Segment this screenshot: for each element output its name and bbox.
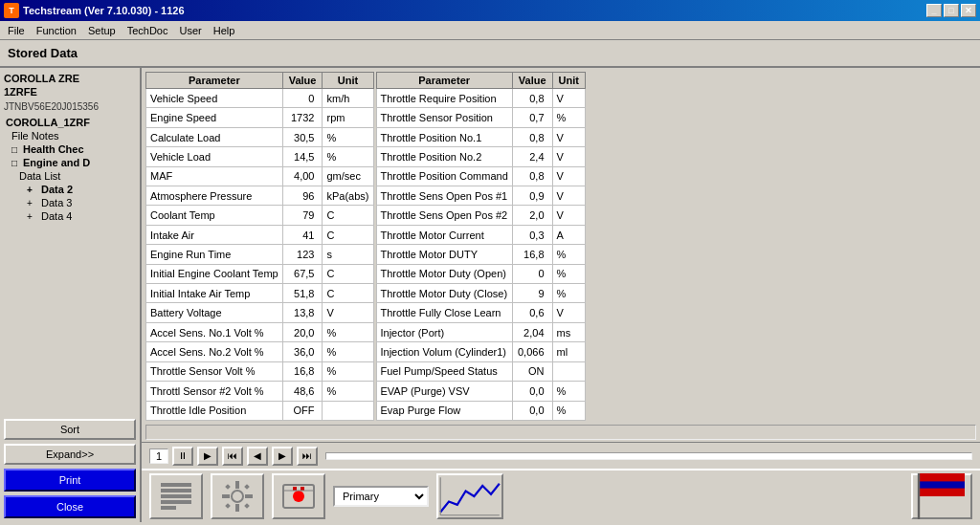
unit-cell: % — [323, 322, 373, 341]
tree-item-filenotes[interactable]: File Notes — [4, 129, 136, 142]
print-button[interactable]: Print — [4, 469, 136, 492]
tree-item-data4[interactable]: + Data 4 — [4, 209, 136, 223]
menu-file[interactable]: File — [2, 23, 31, 38]
param-cell: Throttle Position No.1 — [376, 127, 512, 146]
minimize-button[interactable]: _ — [926, 4, 942, 17]
unit-cell: % — [323, 127, 373, 146]
param-cell: EVAP (Purge) VSV — [376, 382, 512, 401]
unit-cell: % — [323, 147, 373, 166]
param-cell: Throttle Position No.2 — [376, 147, 512, 166]
pause-button[interactable]: ⏸ — [172, 447, 193, 466]
mode-dropdown[interactable]: Primary Secondary — [333, 486, 429, 507]
unit-cell: % — [323, 342, 373, 361]
param-cell: Atmosphere Pressure — [146, 186, 283, 206]
value-cell: 36,0 — [282, 342, 323, 361]
unit-cell: % — [552, 382, 585, 401]
sidebar: COROLLA ZRE1ZRFE JTNBV56E20J015356 COROL… — [0, 68, 142, 522]
tree-item-engine[interactable]: □Engine and D — [4, 156, 136, 169]
menu-techdoc[interactable]: TechDoc — [122, 23, 174, 38]
svg-rect-0 — [161, 483, 191, 487]
skip-start-button[interactable]: ⏮ — [222, 447, 243, 466]
settings-button[interactable] — [211, 473, 264, 519]
param-cell: Fuel Pump/Speed Status — [376, 361, 512, 381]
horizontal-scrollbar[interactable] — [145, 425, 976, 440]
value-cell: 30,5 — [282, 127, 323, 146]
unit-cell: C — [323, 284, 373, 303]
playback-bar: 1 ⏸ ▶ ⏮ ◀ ▶ ⏭ — [142, 442, 980, 469]
unit-cell: % — [552, 245, 585, 264]
left-col-value: Value — [282, 73, 323, 89]
table-row: Throttle Motor DUTY 16,8 % — [376, 245, 585, 264]
close-button[interactable]: Close — [4, 495, 136, 518]
flag-button[interactable] — [911, 473, 972, 519]
param-cell: Accel Sens. No.1 Volt % — [146, 322, 283, 341]
value-cell: 9 — [512, 284, 552, 303]
value-cell: 0,7 — [512, 108, 552, 127]
skip-end-button[interactable]: ⏭ — [297, 447, 318, 466]
param-cell: Throttle Sens Open Pos #2 — [376, 206, 512, 225]
table-row: Engine Speed 1732 rpm — [146, 108, 374, 127]
record-button[interactable] — [272, 473, 325, 519]
value-cell: 16,8 — [282, 361, 323, 381]
app-icon: T — [4, 3, 19, 18]
unit-cell: s — [323, 245, 373, 264]
tree-item-corolla[interactable]: COROLLA_1ZRF — [4, 116, 136, 129]
next-button[interactable]: ▶ — [272, 447, 293, 466]
list-view-button[interactable] — [149, 473, 203, 519]
table-row: Initial Engine Coolant Temp 67,5 C — [146, 264, 374, 283]
menu-help[interactable]: Help — [208, 23, 241, 38]
menu-user[interactable]: User — [173, 23, 207, 38]
param-cell: Throttle Position Command — [376, 166, 512, 186]
param-cell: Engine Speed — [146, 108, 283, 127]
right-col-unit: Unit — [552, 73, 585, 89]
value-cell: 2,4 — [512, 147, 552, 166]
value-cell: 0,8 — [512, 127, 552, 146]
unit-cell: km/h — [323, 89, 373, 108]
left-col-unit: Unit — [323, 73, 373, 89]
chart-button[interactable] — [436, 473, 503, 519]
value-cell: 0,6 — [512, 303, 552, 322]
sort-button[interactable]: Sort — [4, 419, 136, 440]
unit-cell: ms — [552, 322, 585, 341]
menu-function[interactable]: Function — [31, 23, 82, 38]
value-cell: 0 — [282, 89, 323, 108]
tree-item-datalist[interactable]: Data List — [4, 169, 136, 183]
param-cell: Intake Air — [146, 225, 283, 244]
svg-rect-6 — [235, 481, 239, 489]
expand-button[interactable]: Expand>> — [4, 444, 136, 465]
table-row: Throttle Sensor Volt % 16,8 % — [146, 361, 374, 381]
table-row: Evap Purge Flow 0,0 % — [376, 401, 585, 421]
prev-button[interactable]: ◀ — [247, 447, 268, 466]
maximize-button[interactable]: □ — [944, 4, 959, 17]
tree-item-data2[interactable]: + Data 2 — [4, 183, 136, 196]
value-cell: 0,8 — [512, 166, 552, 186]
play-button[interactable]: ▶ — [197, 447, 218, 466]
svg-rect-4 — [161, 506, 176, 510]
svg-rect-9 — [245, 494, 253, 498]
table-row: Initial Intake Air Temp 51,8 C — [146, 284, 374, 303]
playback-progress[interactable] — [325, 452, 972, 460]
list-icon — [159, 479, 193, 514]
value-cell: 123 — [282, 245, 323, 264]
menu-setup[interactable]: Setup — [82, 23, 122, 38]
settings-icon — [220, 479, 255, 514]
param-cell: MAF — [146, 166, 283, 186]
window-title: Techstream (Ver 7.10.030) - 1126 — [23, 5, 185, 16]
car-name: COROLLA ZRE1ZRFE — [4, 72, 136, 99]
svg-rect-11 — [244, 484, 250, 490]
table-row: Injection Volum (Cylinder1) 0,066 ml — [376, 342, 585, 361]
unit-cell: C — [323, 225, 373, 244]
unit-cell: % — [323, 361, 373, 381]
close-button[interactable]: ✕ — [961, 4, 976, 17]
tree-item-data3[interactable]: + Data 3 — [4, 196, 136, 209]
table-row: Throttle Motor Current 0,3 A — [376, 225, 585, 244]
svg-rect-13 — [244, 503, 250, 509]
value-cell: 0,066 — [512, 342, 552, 361]
right-data-table: Parameter Value Unit Throttle Require Po… — [376, 72, 586, 421]
svg-point-5 — [232, 491, 243, 502]
bottom-toolbar: Primary Secondary — [142, 469, 980, 522]
svg-rect-3 — [161, 500, 191, 504]
tree-item-healthcheck[interactable]: □Health Chec — [4, 142, 136, 156]
table-row: MAF 4,00 gm/sec — [146, 166, 374, 186]
param-cell: Battery Voltage — [146, 303, 283, 322]
